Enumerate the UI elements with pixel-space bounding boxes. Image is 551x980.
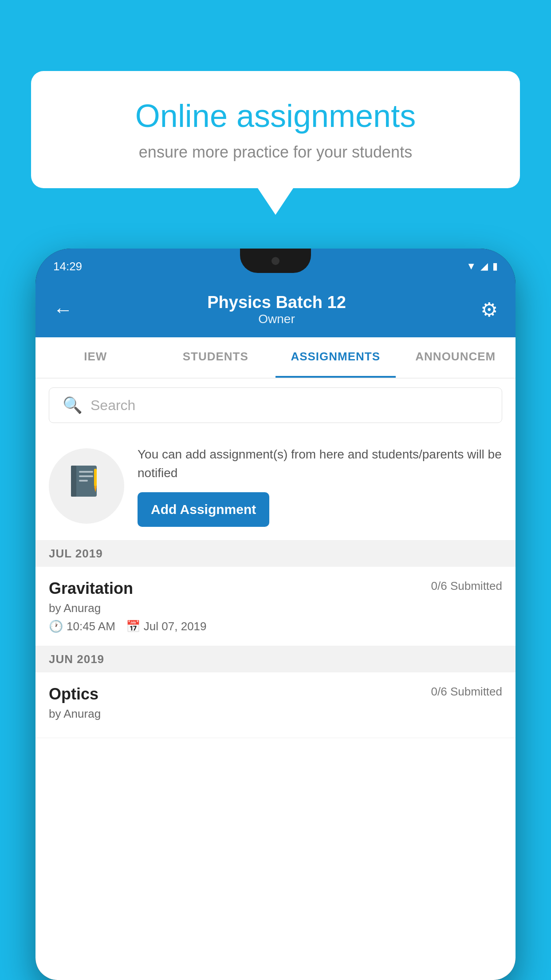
assignment-title-optics: Optics (49, 685, 98, 703)
notebook-icon (67, 462, 106, 510)
section-header-jun: JUN 2019 (35, 646, 516, 672)
promo-block: You can add assignment(s) from here and … (35, 432, 516, 541)
speech-bubble-container: Online assignments ensure more practice … (31, 71, 520, 215)
assignment-title-gravitation: Gravitation (49, 579, 133, 598)
add-assignment-button[interactable]: Add Assignment (138, 492, 269, 527)
assignment-submitted-optics: 0/6 Submitted (431, 685, 502, 699)
signal-icon: ◢ (480, 261, 488, 272)
speech-bubble-subtitle: ensure more practice for your students (67, 143, 484, 162)
battery-icon: ▮ (492, 261, 498, 272)
phone-frame: 14:29 ▼ ◢ ▮ ← Physics Batch 12 Owner ⚙ I… (35, 249, 516, 980)
back-button[interactable]: ← (53, 299, 73, 321)
assignment-submitted-gravitation: 0/6 Submitted (431, 579, 502, 593)
status-bar: 14:29 ▼ ◢ ▮ (35, 249, 516, 284)
wifi-icon: ▼ (466, 261, 476, 272)
calendar-icon: 📅 (126, 620, 140, 633)
header-title: Physics Batch 12 (207, 293, 346, 312)
phone-content: 🔍 Search (35, 379, 516, 980)
header-subtitle: Owner (207, 312, 346, 326)
clock-icon: 🕐 (49, 620, 63, 633)
assignment-by-gravitation: by Anurag (49, 601, 502, 615)
settings-icon[interactable]: ⚙ (480, 298, 498, 321)
promo-text-block: You can add assignment(s) from here and … (138, 445, 502, 527)
assignment-item-top-optics: Optics 0/6 Submitted (49, 685, 502, 703)
svg-rect-3 (79, 475, 93, 477)
promo-icon-circle (49, 448, 124, 524)
assignment-item-optics[interactable]: Optics 0/6 Submitted by Anurag (35, 672, 516, 738)
svg-rect-5 (94, 469, 97, 486)
speech-bubble-title: Online assignments (67, 98, 484, 134)
tab-announcements[interactable]: ANNOUNCEM (396, 337, 516, 378)
search-input-wrapper[interactable]: 🔍 Search (49, 387, 502, 423)
assignment-meta-gravitation: 🕐 10:45 AM 📅 Jul 07, 2019 (49, 620, 502, 633)
app-header: ← Physics Batch 12 Owner ⚙ (35, 284, 516, 337)
tab-iew[interactable]: IEW (35, 337, 156, 378)
assignment-time: 🕐 10:45 AM (49, 620, 115, 633)
assignment-date: 📅 Jul 07, 2019 (126, 620, 207, 633)
assignment-by-optics: by Anurag (49, 707, 502, 721)
tab-students[interactable]: STUDENTS (156, 337, 276, 378)
assignment-item-top: Gravitation 0/6 Submitted (49, 579, 502, 598)
search-icon: 🔍 (63, 396, 83, 415)
section-header-jul: JUL 2019 (35, 541, 516, 567)
assignment-time-value: 10:45 AM (67, 620, 115, 633)
speech-bubble-arrow (258, 188, 293, 215)
notch (240, 249, 311, 273)
svg-rect-4 (79, 480, 88, 482)
svg-rect-2 (79, 471, 93, 473)
search-bar: 🔍 Search (35, 379, 516, 432)
promo-description: You can add assignment(s) from here and … (138, 445, 502, 482)
svg-rect-1 (71, 466, 76, 497)
assignment-date-value: Jul 07, 2019 (144, 620, 207, 633)
header-title-block: Physics Batch 12 Owner (207, 293, 346, 326)
status-time: 14:29 (53, 260, 82, 273)
assignment-item-gravitation[interactable]: Gravitation 0/6 Submitted by Anurag 🕐 10… (35, 567, 516, 646)
speech-bubble: Online assignments ensure more practice … (31, 71, 520, 188)
status-icons: ▼ ◢ ▮ (466, 261, 498, 272)
search-placeholder: Search (91, 397, 135, 414)
tabs-bar: IEW STUDENTS ASSIGNMENTS ANNOUNCEM (35, 337, 516, 379)
tab-assignments[interactable]: ASSIGNMENTS (276, 337, 396, 378)
camera-dot (272, 257, 279, 265)
